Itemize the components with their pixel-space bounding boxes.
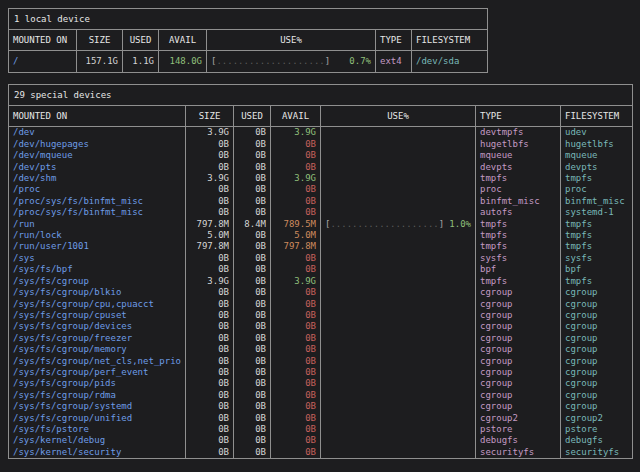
avail-cell: 0B [271,435,321,446]
table-row: /sys/fs/cgroup/devices0B0B0Bcgroupcgroup [9,321,633,332]
column-header-mount: MOUNTED ON [9,106,186,127]
size-cell: 0B [186,150,234,161]
used-cell: 0B [234,401,271,412]
type-cell: proc [476,184,561,195]
usage-cell [321,230,476,241]
table-row: /run/user/1001797.8M0B797.8Mtmpfstmpfs [9,241,633,252]
mount-cell: /sys/fs/cgroup/perf_event [9,367,186,378]
avail-cell: 0B [271,367,321,378]
used-cell: 0B [234,287,271,298]
type-cell: cgroup [476,310,561,321]
table-row: /sys/fs/cgroup/blkio0B0B0Bcgroupcgroup [9,287,633,298]
type-cell: tmpfs [476,276,561,287]
fs-cell: cgroup [561,287,633,298]
table-row: /proc/sys/fs/binfmt_misc0B0B0Bbinfmt_mis… [9,196,633,207]
avail-cell: 148.0G [159,51,207,73]
used-cell: 0B [234,150,271,161]
table-row: /run797.8M8.4M789.5M[...................… [9,219,633,230]
avail-cell: 0B [271,390,321,401]
fs-cell: hugetlbfs [561,139,633,150]
used-cell: 0B [234,173,271,184]
used-cell: 0B [234,424,271,435]
fs-cell: sysfs [561,253,633,264]
header-row: MOUNTED ONSIZEUSEDAVAILUSE%TYPEFILESYSTE… [9,30,488,51]
size-cell: 0B [186,378,234,389]
type-cell: devtmpfs [476,127,561,139]
used-cell: 0B [234,127,271,139]
size-cell: 0B [186,356,234,367]
mount-cell: /dev/hugepages [9,139,186,150]
size-cell: 0B [186,321,234,332]
type-cell: ext4 [376,51,412,73]
mount-cell: /proc/sys/fs/binfmt_misc [9,196,186,207]
fs-cell: debugfs [561,435,633,446]
used-cell: 0B [234,333,271,344]
used-cell: 0B [234,321,271,332]
usage-cell [321,378,476,389]
used-cell: 0B [234,230,271,241]
usage-bar: [....................] [325,219,444,230]
fs-cell: udev [561,127,633,139]
table-title-row: 1 local device [9,9,488,30]
usage-cell [321,310,476,321]
table-row: /sys/fs/cgroup/freezer0B0B0Bcgroupcgroup [9,333,633,344]
usage-cell [321,333,476,344]
table-row: /sys/fs/cgroup/cpuset0B0B0Bcgroupcgroup [9,310,633,321]
special-devices-table: 29 special devices MOUNTED ONSIZEUSEDAVA… [8,84,633,459]
local-devices-table: 1 local device MOUNTED ONSIZEUSEDAVAILUS… [8,8,488,73]
usage-cell [321,241,476,252]
avail-cell: 0B [271,162,321,173]
type-cell: tmpfs [476,173,561,184]
special-devices-title: 29 special devices [9,85,633,106]
type-cell: cgroup [476,390,561,401]
mount-cell: /sys/fs/bpf [9,264,186,275]
size-cell: 157.1G [77,51,123,73]
type-cell: cgroup2 [476,413,561,424]
usage-cell [321,344,476,355]
fs-cell: mqueue [561,150,633,161]
usage-cell [321,299,476,310]
usage-cell [321,390,476,401]
usage-cell: [....................]0.7% [207,51,376,73]
size-cell: 797.8M [186,241,234,252]
used-cell: 0B [234,299,271,310]
avail-cell: 0B [271,378,321,389]
avail-cell: 0B [271,150,321,161]
fs-cell: tmpfs [561,230,633,241]
table-row: /proc0B0B0Bprocproc [9,184,633,195]
size-cell: 0B [186,447,234,459]
usage-percent: 1.0% [449,219,471,230]
type-cell: securityfs [476,447,561,459]
table-title-row: 29 special devices [9,85,633,106]
used-cell: 0B [234,139,271,150]
avail-cell: 0B [271,447,321,459]
usage-cell [321,207,476,218]
table-row: /sys/fs/cgroup/unified0B0B0Bcgroup2cgrou… [9,413,633,424]
column-header-fs: FILESYSTEM [412,30,488,51]
column-header-used: USED [234,106,271,127]
table-row: /run/lock5.0M0B5.0Mtmpfstmpfs [9,230,633,241]
fs-cell: cgroup [561,299,633,310]
mount-cell: /dev/shm [9,173,186,184]
size-cell: 3.9G [186,127,234,139]
table-row: /sys/fs/cgroup/perf_event0B0B0Bcgroupcgr… [9,367,633,378]
size-cell: 0B [186,435,234,446]
fs-cell: pstore [561,424,633,435]
avail-cell: 3.9G [271,173,321,184]
used-cell: 0B [234,207,271,218]
fs-cell: tmpfs [561,219,633,230]
used-cell: 0B [234,276,271,287]
column-header-size: SIZE [186,106,234,127]
table-row: /dev/mqueue0B0B0Bmqueuemqueue [9,150,633,161]
type-cell: tmpfs [476,230,561,241]
size-cell: 0B [186,333,234,344]
avail-cell: 0B [271,333,321,344]
used-cell: 0B [234,435,271,446]
mount-cell: /sys/fs/cgroup/freezer [9,333,186,344]
column-header-size: SIZE [77,30,123,51]
usage-cell [321,356,476,367]
avail-cell: 0B [271,253,321,264]
usage-cell [321,162,476,173]
table-row: /sys/fs/cgroup/pids0B0B0Bcgroupcgroup [9,378,633,389]
table-row: /sys0B0B0Bsysfssysfs [9,253,633,264]
